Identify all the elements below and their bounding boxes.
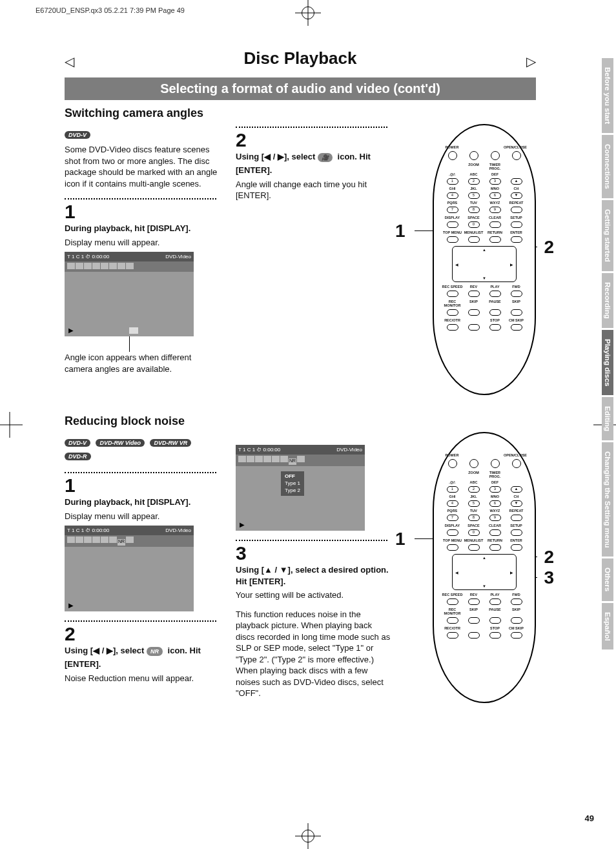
step-2-body: Noise Reduction menu will appear. — [65, 673, 220, 684]
osd-source: DVD-Video — [165, 254, 191, 260]
osd-time: T 1 C 1 ⏱ 0:00:00 — [238, 447, 280, 453]
disc-badges: DVD-V DVD-RW Video DVD-RW VR DVD-R — [65, 436, 223, 463]
title-arrow-left-icon: ◁ — [65, 54, 74, 69]
nr-icon: NR — [147, 647, 163, 656]
play-icon: ▶ — [240, 521, 245, 528]
step-3-body-2: This function reduces noise in the playb… — [236, 609, 391, 699]
chapter-tab[interactable]: Playing discs — [602, 330, 613, 396]
nr-menu-type1: Type 1 — [285, 480, 300, 487]
step-3-number: 3 — [236, 544, 394, 563]
osd-mock-noise-1: T 1 C 1 ⏱ 0:00:00DVD-Video NR ▶ — [65, 526, 194, 611]
chapter-tab[interactable]: Others — [602, 558, 613, 600]
intro-text: Some DVD-Video discs feature scenes shot… — [65, 144, 220, 189]
chapter-tab[interactable]: Changing the Setting menu — [602, 442, 613, 557]
print-header: E6720UD_ENSP.qx3 05.2.21 7:39 PM Page 49 — [36, 6, 185, 14]
osd-mock-noise-2: T 1 C 1 ⏱ 0:00:00DVD-Video NR OFF Type 1… — [236, 445, 365, 531]
play-icon: ▶ — [68, 602, 74, 609]
disc-badge: DVD-R — [65, 453, 91, 460]
chapter-tab[interactable]: Recording — [602, 273, 613, 328]
chapter-tab[interactable]: Getting started — [602, 200, 613, 271]
step-2-number: 2 — [65, 624, 223, 644]
osd-icon-row: NR — [65, 535, 194, 547]
osd-icon-row: NR — [236, 455, 365, 466]
nr-menu-type2: Type 2 — [285, 487, 300, 494]
play-icon: ▶ — [68, 327, 74, 334]
camera-icon: 🎥 — [318, 153, 333, 162]
chapter-title: Disc Playback — [65, 48, 536, 68]
remote-callout-1: 1 — [395, 529, 406, 549]
nr-menu: OFF Type 1 Type 2 — [281, 471, 304, 496]
divider — [65, 198, 216, 199]
divider — [65, 620, 216, 622]
disc-badge: DVD-RW VR — [150, 439, 191, 447]
page-number: 49 — [585, 813, 594, 823]
disc-badge-dvdv: DVD-V — [65, 131, 90, 139]
step-1-body: Display menu will appear. — [65, 237, 220, 249]
title-arrow-right-icon: ▷ — [526, 54, 536, 69]
step-3-instruction: Using [▲ / ▼], select a desired option. … — [236, 565, 389, 586]
divider — [65, 472, 216, 473]
osd-time: T 1 C 1 ⏱ 0:00:00 — [67, 527, 109, 533]
remote-callout-3: 3 — [544, 568, 554, 588]
step-3-body-1: Your setting will be activated. — [236, 589, 391, 601]
registration-mark-bottom — [295, 823, 321, 849]
angle-icon — [129, 327, 138, 334]
step-2-instruction-a: Using [◀ / ▶], select — [65, 646, 147, 655]
heading-block-noise: Reducing block noise — [65, 414, 536, 428]
osd-icon-row — [65, 261, 194, 272]
remote-callout-2: 2 — [544, 237, 554, 258]
chapter-tabs: Before you startConnectionsGetting start… — [602, 58, 616, 651]
disc-badge: DVD-V — [65, 439, 90, 447]
remote-illustration: POWEROPEN/CLOSEZOOMTIMER PROG..@/:ABCDEF… — [433, 124, 536, 395]
step-2-number: 2 — [236, 130, 394, 150]
osd-mock-angles: T 1 C 1 ⏱ 0:00:00DVD-Video ▶ — [65, 252, 194, 336]
step-2-body: Angle will change each time you hit [ENT… — [236, 179, 391, 201]
chapter-tab[interactable]: Editing — [602, 397, 613, 440]
step-1-number: 1 — [65, 476, 223, 495]
osd-source: DVD-Video — [336, 447, 362, 453]
registration-mark-top — [295, 0, 321, 26]
step-1-instruction: During playback, hit [DISPLAY]. — [65, 497, 190, 507]
osd-time: T 1 C 1 ⏱ 0:00:00 — [67, 254, 109, 260]
callout-line — [129, 336, 130, 352]
step-2-instruction-a: Using [◀ / ▶], select — [236, 152, 318, 161]
registration-mark-left — [0, 412, 23, 438]
step-1-body: Display menu will appear. — [65, 511, 220, 522]
remote-illustration: POWEROPEN/CLOSEZOOMTIMER PROG..@/:ABCDEF… — [433, 432, 536, 703]
osd-source: DVD-Video — [165, 527, 191, 533]
subsection-title: Selecting a format of audio and video (c… — [65, 77, 536, 100]
chapter-tab[interactable]: Español — [602, 603, 613, 650]
chapter-tab[interactable]: Connections — [602, 135, 613, 198]
nr-menu-off: OFF — [285, 473, 295, 479]
chapter-tab[interactable]: Before you start — [602, 58, 613, 133]
divider — [236, 540, 387, 541]
remote-callout-1: 1 — [395, 221, 406, 241]
remote-callout-2: 2 — [544, 547, 554, 568]
step-1-instruction: During playback, hit [DISPLAY]. — [65, 223, 190, 233]
heading-camera-angles: Switching camera angles — [65, 107, 536, 120]
step-1-caption: Angle icon appears when different camera… — [65, 352, 220, 374]
step-1-number: 1 — [65, 202, 223, 221]
chapter-title-bar: ◁ Disc Playback ▷ — [65, 48, 536, 68]
divider — [236, 127, 387, 128]
disc-badge: DVD-RW Video — [96, 439, 145, 447]
